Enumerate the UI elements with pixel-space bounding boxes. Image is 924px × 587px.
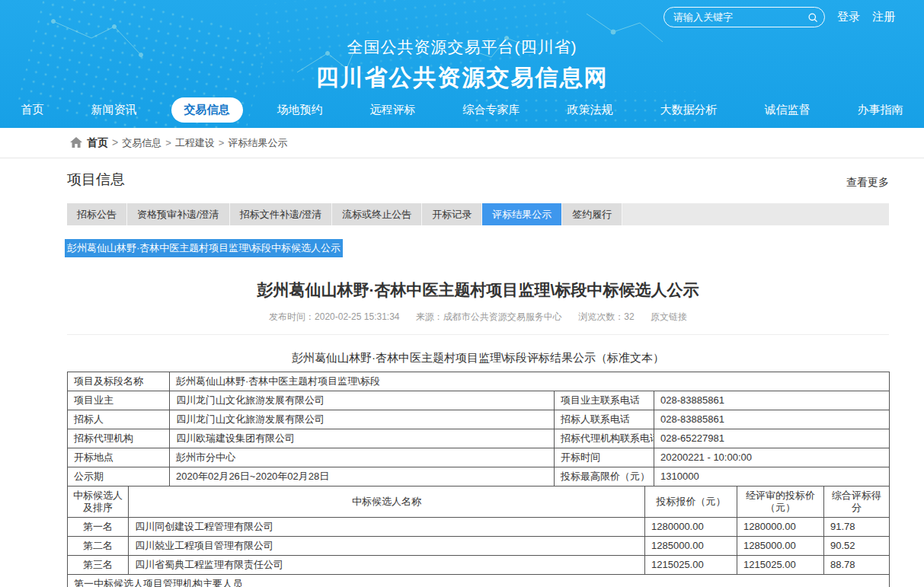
- row-label: 项目业主: [68, 391, 170, 410]
- row-label: 开标时间: [555, 448, 654, 467]
- row-label: 投标最高限价（元）: [555, 467, 654, 487]
- search-input[interactable]: [673, 11, 807, 23]
- col-header-name: 中标候选人名称: [129, 487, 645, 518]
- candidate-score: 91.78: [824, 518, 890, 537]
- tab-failed-or-terminated[interactable]: 流标或终止公告: [332, 203, 422, 225]
- source: 来源：成都市公共资源交易服务中心: [416, 311, 562, 322]
- candidate-bid: 1215025.00: [645, 556, 737, 575]
- breadcrumb-trade-info[interactable]: 交易信息: [122, 136, 175, 150]
- candidates-table: 中标候选人及排序 中标候选人名称 投标报价（元） 经评审的投标价（元） 综合评标…: [67, 486, 890, 587]
- tab-contract-performance[interactable]: 签约履行: [562, 203, 622, 225]
- nav-item-trade-info[interactable]: 交易信息: [171, 97, 243, 123]
- tab-prequalification-addendum[interactable]: 资格预审补遗/澄清: [127, 203, 230, 225]
- nav-item-news[interactable]: 新闻资讯: [78, 97, 150, 123]
- col-header-score: 综合评标得分: [824, 487, 890, 518]
- nav-item-big-data[interactable]: 大数据分析: [647, 97, 731, 123]
- search-box[interactable]: [663, 7, 825, 27]
- project-info-table: 项目及标段名称 彭州葛仙山林野·杏林中医主题村项目监理\标段 项目业主 四川龙门…: [67, 372, 890, 487]
- article-title: 彭州葛仙山林野·杏林中医主题村项目监理\标段中标候选人公示: [67, 279, 889, 301]
- row-value: 四川龙门山文化旅游发展有限公司: [170, 410, 555, 429]
- article-meta: 发布时间：2020-02-25 15:31:34 来源：成都市公共资源交易服务中…: [67, 311, 889, 335]
- candidate-rank: 第三名: [68, 556, 129, 575]
- nav-item-expert-pool[interactable]: 综合专家库: [450, 97, 533, 123]
- selected-announcement-link[interactable]: 彭州葛仙山林野·杏林中医主题村项目监理\标段中标候选人公示: [65, 239, 343, 257]
- candidate-bid: 1280000.00: [645, 518, 737, 537]
- view-more-link[interactable]: 查看更多: [846, 176, 889, 190]
- candidate-name: 四川兢业工程项目管理有限公司: [129, 537, 645, 556]
- nav-item-home[interactable]: 首页: [8, 97, 57, 123]
- candidate-score: 88.78: [824, 556, 890, 575]
- row-value: 四川龙门山文化旅游发展有限公司: [170, 391, 555, 410]
- site-header: 登录 注册 全国公共资源交易平台(四川省) 四川省公共资源交易信息网 首页 新闻…: [0, 0, 924, 128]
- breadcrumb-engineering[interactable]: 工程建设: [175, 136, 229, 150]
- breadcrumb: 首页 交易信息 工程建设 评标结果公示: [0, 128, 924, 158]
- nav-item-policies[interactable]: 政策法规: [555, 97, 626, 123]
- table-row: 项目及标段名称 彭州葛仙山林野·杏林中医主题村项目监理\标段: [68, 372, 890, 391]
- candidate-score: 90.52: [824, 537, 890, 556]
- site-subtitle: 全国公共资源交易平台(四川省): [0, 37, 924, 58]
- row-label: 招标人: [68, 410, 170, 429]
- table-row: 招标人 四川龙门山文化旅游发展有限公司 招标人联系电话 028-83885861: [68, 410, 890, 429]
- site-title: 四川省公共资源交易信息网: [0, 62, 924, 94]
- main-nav: 首页 新闻资讯 交易信息 场地预约 远程评标 综合专家库 政策法规 大数据分析 …: [0, 97, 924, 123]
- candidate-row: 第二名 四川兢业工程项目管理有限公司 1285000.00 1285000.00…: [68, 537, 890, 556]
- candidate-row: 第三名 四川省蜀典工程监理有限责任公司 1215025.00 1215025.0…: [68, 556, 890, 575]
- topbar: 登录 注册: [663, 7, 895, 27]
- footer-note: 第一中标候选人项目管理机构主要人员: [68, 575, 890, 587]
- row-value: 20200221 - 10:00:00: [654, 448, 890, 467]
- register-link[interactable]: 注册: [872, 10, 895, 24]
- tab-bid-opening-record[interactable]: 开标记录: [422, 203, 482, 225]
- login-link[interactable]: 登录: [837, 10, 860, 24]
- table-footer-row: 第一中标候选人项目管理机构主要人员: [68, 575, 890, 587]
- nav-item-service-guide[interactable]: 办事指南: [845, 97, 916, 123]
- nav-item-integrity-supervision[interactable]: 诚信监督: [752, 97, 823, 123]
- project-info-header: 项目信息 查看更多: [67, 170, 889, 190]
- candidate-bid: 1285000.00: [645, 537, 737, 556]
- row-label: 项目业主联系电话: [555, 391, 654, 410]
- tab-tender-announcement[interactable]: 招标公告: [67, 203, 127, 225]
- original-link[interactable]: 原文链接: [651, 311, 687, 322]
- view-count: 浏览次数：32: [578, 311, 634, 322]
- home-icon: [70, 137, 82, 148]
- table-row: 开标地点 彭州市分中心 开标时间 20200221 - 10:00:00: [68, 448, 890, 467]
- candidate-row: 第一名 四川同创建设工程管理有限公司 1280000.00 1280000.00…: [68, 518, 890, 537]
- row-value: 028-65227981: [654, 429, 890, 448]
- row-value: 彭州市分中心: [170, 448, 555, 467]
- row-value: 028-83885861: [654, 391, 890, 410]
- table-row: 项目业主 四川龙门山文化旅游发展有限公司 项目业主联系电话 028-838858…: [68, 391, 890, 410]
- tab-evaluation-result[interactable]: 评标结果公示: [482, 203, 562, 225]
- main-content: 项目信息 查看更多 招标公告 资格预审补遗/澄清 招标文件补遗/澄清 流标或终止…: [67, 170, 889, 587]
- candidate-name: 四川省蜀典工程监理有限责任公司: [129, 556, 645, 575]
- result-table-caption: 彭州葛仙山林野·杏林中医主题村项目监理\标段评标结果公示（标准文本）: [67, 351, 889, 365]
- candidate-reviewed-bid: 1285000.00: [737, 537, 824, 556]
- table-row: 招标代理机构 四川欧瑞建设集团有限公司 招标代理机构联系电话 028-65227…: [68, 429, 890, 448]
- tab-tender-doc-addendum[interactable]: 招标文件补遗/澄清: [230, 203, 333, 225]
- candidate-name: 四川同创建设工程管理有限公司: [129, 518, 645, 537]
- project-tabs: 招标公告 资格预审补遗/澄清 招标文件补遗/澄清 流标或终止公告 开标记录 评标…: [67, 203, 889, 225]
- row-label: 项目及标段名称: [68, 372, 170, 391]
- nav-item-venue-booking[interactable]: 场地预约: [264, 97, 336, 123]
- row-label: 公示期: [68, 467, 170, 487]
- candidate-reviewed-bid: 1280000.00: [737, 518, 824, 537]
- col-header-rank: 中标候选人及排序: [68, 487, 129, 518]
- publish-time: 发布时间：2020-02-25 15:31:34: [269, 311, 399, 322]
- search-icon[interactable]: [807, 11, 818, 24]
- nav-item-remote-evaluation[interactable]: 远程评标: [357, 97, 429, 123]
- table-row: 公示期 2020年02月26日~2020年02月28日 投标最高限价（元） 13…: [68, 467, 890, 487]
- page-title: 项目信息: [67, 170, 125, 190]
- row-label: 招标人联系电话: [555, 410, 654, 429]
- row-value: 彭州葛仙山林野·杏林中医主题村项目监理\标段: [170, 372, 890, 391]
- row-value: 028-83885861: [654, 410, 890, 429]
- breadcrumb-result-publicity: 评标结果公示: [228, 136, 287, 150]
- announcement-list: 彭州葛仙山林野·杏林中医主题村项目监理\标段中标候选人公示: [65, 239, 889, 257]
- candidate-reviewed-bid: 1215025.00: [737, 556, 824, 575]
- row-label: 招标代理机构: [68, 429, 170, 448]
- col-header-reviewed-bid: 经评审的投标价（元）: [737, 487, 824, 518]
- candidate-rank: 第二名: [68, 537, 129, 556]
- breadcrumb-home[interactable]: 首页: [87, 136, 122, 150]
- candidates-header-row: 中标候选人及排序 中标候选人名称 投标报价（元） 经评审的投标价（元） 综合评标…: [68, 487, 890, 518]
- row-value: 四川欧瑞建设集团有限公司: [170, 429, 555, 448]
- row-label: 招标代理机构联系电话: [555, 429, 654, 448]
- candidate-rank: 第一名: [68, 518, 129, 537]
- row-value: 2020年02月26日~2020年02月28日: [170, 467, 555, 487]
